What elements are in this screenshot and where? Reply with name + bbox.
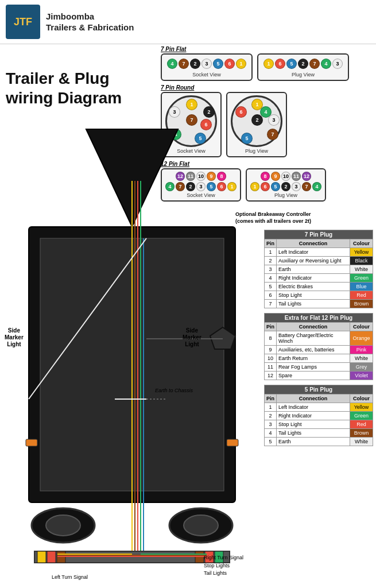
table-row: 7Tail LightsBrown: [265, 300, 373, 308]
table-row: 11Rear Fog LampsGrey: [265, 363, 373, 372]
connection-cell: Left Indicator: [277, 403, 350, 412]
tables-area: 7 Pin Plug Pin Connection Colour 1Left I…: [264, 230, 373, 451]
colour-cell: Red: [350, 291, 373, 300]
connection-header-5: Connection: [277, 394, 350, 403]
colour-cell: Grey: [350, 363, 373, 372]
svg-point-5: [184, 515, 218, 536]
left-turn-signal-label: Left Turn Signal: [52, 574, 88, 580]
pin-circle: 7: [179, 59, 189, 69]
pin-circle: 3: [292, 182, 301, 191]
pin-circle: 9: [271, 172, 280, 181]
pin-cell: 12: [265, 372, 277, 380]
colour-header-5: Colour: [350, 394, 373, 403]
pin-circle: 2: [203, 106, 215, 118]
pin-circle: 5: [271, 182, 280, 191]
bottom-labels: Right Turn Signal Stop Lights Tail Light…: [204, 554, 243, 578]
pin-cell: 5: [265, 438, 277, 446]
colour-cell: White: [350, 438, 373, 446]
table-row: 3Stop LightRed: [265, 420, 373, 429]
seven-pin-flat-label: 7 Pin Flat: [161, 46, 367, 52]
colour-cell: Blue: [350, 283, 373, 291]
pin-cell: 6: [265, 291, 277, 300]
twelve-pin-table-title: Extra for Flat 12 Pin Plug: [265, 314, 373, 323]
seven-pin-round-label: 7 Pin Round: [161, 84, 367, 91]
pin-circle: 5: [213, 59, 223, 69]
stop-lights-label: Stop Lights: [204, 562, 243, 570]
table-row: 6Stop LightRed: [265, 291, 373, 300]
pin-circle: 10: [281, 172, 290, 181]
earth-to-chassis-label: Earth to Chassis: [155, 388, 193, 393]
pin-header: Pin: [265, 239, 277, 248]
pin-cell: 5: [265, 283, 277, 291]
trailer-diagram: [0, 123, 264, 583]
pin-header-12: Pin: [265, 323, 277, 331]
pin-circle: 1: [263, 59, 274, 69]
connection-cell: Stop Light: [277, 291, 350, 300]
right-turn-signal-label: Right Turn Signal: [204, 554, 243, 562]
pin-cell: 4: [265, 429, 277, 438]
pin-cell: 4: [265, 274, 277, 283]
seven-pin-table: 7 Pin Plug Pin Connection Colour 1Left I…: [264, 230, 373, 308]
pin-circle: 5: [286, 59, 297, 69]
connection-header-12: Connection: [277, 323, 350, 331]
pin-circle: 12: [302, 172, 311, 181]
logo-text: JTF: [14, 16, 32, 28]
side-marker-left: Side Marker Light: [5, 327, 24, 348]
table-row: 5EarthWhite: [265, 438, 373, 446]
colour-cell: Violet: [350, 372, 373, 380]
seven-pin-flat-socket: 4723561 Socket View: [161, 53, 253, 81]
plug-view-label: Plug View: [262, 72, 344, 78]
colour-header-12: Colour: [350, 323, 373, 331]
colour-cell: Yellow: [350, 403, 373, 412]
colour-header: Colour: [350, 239, 373, 248]
colour-cell: Green: [350, 274, 373, 283]
colour-cell: Brown: [350, 300, 373, 308]
svg-rect-6: [26, 439, 37, 446]
table-row: 5Electric BrakesBlue: [265, 283, 373, 291]
pin-cell: 2: [265, 412, 277, 420]
table-row: 10Earth ReturnWhite: [265, 354, 373, 363]
table-row: 9Auxiliaries, etc, batteriesPink: [265, 346, 373, 354]
pin-cell: 7: [265, 300, 277, 308]
table-row: 2Right IndicatorGreen: [265, 412, 373, 420]
seven-pin-table-title: 7 Pin Plug: [265, 230, 373, 239]
pin-cell: 1: [265, 403, 277, 412]
colour-cell: Brown: [350, 429, 373, 438]
pin-circle: 3: [201, 59, 212, 69]
colour-cell: White: [350, 265, 373, 274]
connection-cell: Auxiliary or Reversing Light: [277, 257, 350, 265]
connection-cell: Rear Fog Lamps: [277, 363, 350, 372]
pin-circle: 3: [268, 114, 280, 126]
page-container: JTF Jimboomba Trailers & Fabrication Tra…: [0, 0, 376, 588]
table-row: 3EarthWhite: [265, 265, 373, 274]
pin-circle: 6: [235, 106, 247, 118]
table-row: 4Tail LightsBrown: [265, 429, 373, 438]
pin-circle: 1: [236, 59, 246, 69]
pin-circle: 3: [169, 106, 180, 118]
connection-cell: Earth Return: [277, 354, 350, 363]
connection-cell: Stop Light: [277, 420, 350, 429]
connection-cell: Tail Lights: [277, 300, 350, 308]
seven-pin-flat-row: 4723561 Socket View 1652743 Plug View: [161, 53, 367, 81]
connection-cell: Auxiliaries, etc, batteries: [277, 346, 350, 354]
pin-circle: 7: [309, 59, 320, 69]
colour-cell: White: [350, 354, 373, 363]
colour-cell: Green: [350, 412, 373, 420]
pin-circle: 7: [302, 182, 311, 191]
table-row: 12SpareViolet: [265, 372, 373, 380]
pin-circle: 11: [292, 172, 301, 181]
connection-header: Connection: [277, 239, 350, 248]
connection-cell: Electric Brakes: [277, 283, 350, 291]
colour-cell: Yellow: [350, 248, 373, 257]
pin-circle: 3: [332, 59, 343, 69]
pin-cell: 9: [265, 346, 277, 354]
table-row: 8Battery Charger/Electric WinchOrange: [265, 331, 373, 346]
pin-circle: 4: [167, 59, 177, 69]
connection-cell: Right Indicator: [277, 412, 350, 420]
tail-lights-label: Tail Lights: [204, 570, 243, 578]
svg-rect-7: [227, 439, 238, 446]
pin-circle: 4: [312, 182, 321, 191]
logo: JTF: [6, 5, 40, 39]
pin-cell: 3: [265, 420, 277, 429]
connection-cell: Right Indicator: [277, 274, 350, 283]
